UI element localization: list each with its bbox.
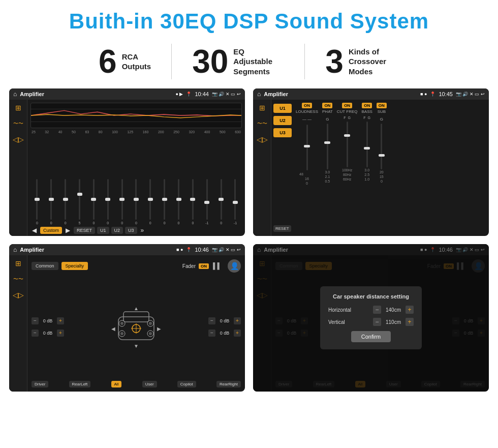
fader-icon-sliders[interactable]: ⊞ <box>15 259 21 267</box>
db-value-fl: 0 dB <box>41 318 55 323</box>
slider-11[interactable]: 0 <box>172 179 185 225</box>
fader-icon-volume[interactable]: ◁▷ <box>13 291 24 299</box>
dots-icon-3: ■ ● <box>176 247 183 252</box>
fader-bars: ▌▌ <box>213 262 222 270</box>
amp-icon-sliders[interactable]: ⊞ <box>259 104 265 112</box>
slider-2[interactable]: 0 <box>45 179 58 225</box>
eq-icon-wave[interactable]: 〜〜 <box>13 120 23 127</box>
camera-icon-2: 📷 🔊 ✕ ▭ ↩ <box>456 92 485 97</box>
slider-9[interactable]: 0 <box>144 179 157 225</box>
eq-reset-btn[interactable]: RESET <box>74 227 95 234</box>
sub-slider[interactable] <box>381 124 382 169</box>
loudness-label: LOUDNESS <box>296 109 318 114</box>
confirm-button[interactable]: Confirm <box>351 331 391 342</box>
slider-7[interactable]: 0 <box>115 179 129 225</box>
amp-sidebar-2: ⊞ 〜〜 ◁▷ <box>253 100 271 236</box>
slider-14[interactable]: 0 <box>214 179 228 225</box>
vertical-value: 110cm <box>383 319 403 325</box>
db-control-rl: − 0 dB + <box>32 330 64 337</box>
slider-5[interactable]: 0 <box>87 179 100 225</box>
eq-icon-sliders[interactable]: ⊞ <box>15 104 21 112</box>
rearleft-btn[interactable]: RearLeft <box>69 381 91 387</box>
user-btn[interactable]: User <box>142 381 157 387</box>
home-icon-3[interactable]: ⌂ <box>13 246 17 253</box>
freq-25: 25 <box>32 130 36 134</box>
preset-u3[interactable]: U3 <box>273 128 292 137</box>
eq-prev-icon[interactable]: ◀ <box>30 227 38 234</box>
eq-u2-btn[interactable]: U2 <box>111 227 123 234</box>
eq-graph <box>30 103 242 128</box>
bass-on: ON <box>362 103 372 108</box>
cutfreq-slider[interactable] <box>347 122 348 167</box>
db-plus-rl[interactable]: + <box>57 330 64 337</box>
slider-1[interactable]: 0 <box>30 179 44 225</box>
rearright-btn[interactable]: RearRight <box>216 381 241 387</box>
copilot-btn[interactable]: Copilot <box>177 381 196 387</box>
loudness-slider[interactable] <box>306 125 308 170</box>
freq-200: 200 <box>158 130 164 134</box>
screens-grid: ⌂ Amplifier ● ▶ 📍 10:44 📷 🔊 ✕ ▭ ↩ ⊞ 〜〜 ◁… <box>0 88 498 392</box>
slider-15[interactable]: -1 <box>229 179 242 225</box>
home-icon-1[interactable]: ⌂ <box>13 91 17 98</box>
eq-play-icon[interactable]: ▶ <box>64 227 72 234</box>
status-bar-3: ⌂ Amplifier ■ ● 📍 10:46 📷 🔊 ✕ ▭ ↩ <box>9 244 245 255</box>
eq-freq-labels: 25 32 40 50 63 80 100 125 160 200 250 32… <box>30 130 242 134</box>
home-icon-2[interactable]: ⌂ <box>257 91 261 98</box>
amp-reset-btn[interactable]: RESET <box>273 225 291 232</box>
db-minus-rr[interactable]: − <box>208 330 215 337</box>
fader-sidebar-3: ⊞ 〜〜 ◁▷ <box>9 255 27 392</box>
amp-content: ⊞ 〜〜 ◁▷ U1 U2 U3 RESET ON LOUDNESS <box>253 100 489 236</box>
slider-8[interactable]: 0 <box>130 179 143 225</box>
eq-icon-volume[interactable]: ◁▷ <box>13 135 24 143</box>
horizontal-minus[interactable]: − <box>373 306 381 314</box>
car-svg: ▲ ▼ ◀ ▶ <box>111 304 162 350</box>
slider-4[interactable]: 5 <box>73 179 86 225</box>
slider-13[interactable]: -1 <box>200 179 213 225</box>
camera-icon-3: 📷 🔊 ✕ ▭ ↩ <box>212 247 241 252</box>
eq-custom-btn[interactable]: Custom <box>40 227 62 234</box>
fader-user-icon[interactable]: 👤 <box>228 259 241 273</box>
freq-40: 40 <box>58 130 63 134</box>
eq-u1-btn[interactable]: U1 <box>97 227 109 234</box>
amp-icon-wave[interactable]: 〜〜 <box>257 120 267 127</box>
driver-btn[interactable]: Driver <box>32 381 48 387</box>
db-plus-fr[interactable]: + <box>234 317 241 324</box>
fader-icon-wave[interactable]: 〜〜 <box>13 276 23 283</box>
eq-u3-btn[interactable]: U3 <box>125 227 137 234</box>
vertical-plus[interactable]: + <box>406 318 414 326</box>
bass-slider[interactable] <box>366 122 368 167</box>
screen-eq: ⌂ Amplifier ● ▶ 📍 10:44 📷 🔊 ✕ ▭ ↩ ⊞ 〜〜 ◁… <box>9 88 245 236</box>
stat-eq: 30 EQ AdjustableSegments <box>172 45 304 78</box>
location-icon-3: 📍 <box>186 247 192 252</box>
specialty-tab[interactable]: Specialty <box>61 262 88 270</box>
slider-3[interactable]: 0 <box>59 179 72 225</box>
db-control-fl: − 0 dB + <box>32 317 64 324</box>
db-plus-fl[interactable]: + <box>57 317 64 324</box>
freq-320: 320 <box>189 130 195 134</box>
freq-500: 500 <box>220 130 226 134</box>
slider-10[interactable]: 0 <box>158 179 171 225</box>
fader-left: − 0 dB + − 0 dB + <box>32 317 64 337</box>
db-plus-rr[interactable]: + <box>234 330 241 337</box>
amp-icon-volume[interactable]: ◁▷ <box>257 135 268 143</box>
bass-control: ON BASS F G 3.0 2.5 1.0 <box>362 103 372 181</box>
preset-u1[interactable]: U1 <box>273 104 292 113</box>
all-btn[interactable]: All <box>111 381 122 387</box>
phat-slider[interactable] <box>327 124 328 169</box>
freq-63: 63 <box>85 130 89 134</box>
freq-160: 160 <box>143 130 149 134</box>
vertical-row: Vertical − 110cm + <box>328 318 414 326</box>
vertical-minus[interactable]: − <box>373 318 381 326</box>
freq-50: 50 <box>72 130 76 134</box>
common-tab[interactable]: Common <box>32 262 58 270</box>
db-minus-rl[interactable]: − <box>32 330 39 337</box>
screen3-time: 10:46 <box>195 247 209 253</box>
db-minus-fl[interactable]: − <box>32 317 39 324</box>
horizontal-plus[interactable]: + <box>406 306 414 314</box>
eq-forward-icon[interactable]: » <box>139 227 146 234</box>
slider-12[interactable]: 0 <box>186 179 199 225</box>
phat-on: ON <box>322 103 332 108</box>
slider-6[interactable]: 0 <box>101 179 114 225</box>
db-minus-fr[interactable]: − <box>208 317 215 324</box>
preset-u2[interactable]: U2 <box>273 116 292 125</box>
